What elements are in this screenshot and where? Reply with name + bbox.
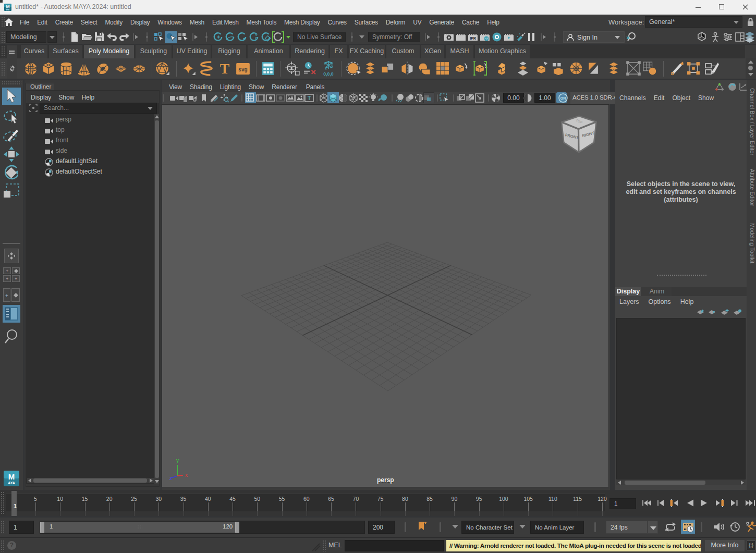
svg-text:z: z [169, 475, 172, 481]
svg-text:IPR: IPR [470, 36, 476, 40]
svg-text:T: T [308, 95, 311, 101]
svg-text:ON: ON [560, 96, 566, 100]
svg-text:T: T [220, 60, 229, 77]
svg-text:AYA: AYA [8, 481, 15, 485]
svg-text:svg: svg [238, 67, 247, 72]
svg-text:M: M [8, 472, 15, 481]
svg-text:x: x [185, 472, 188, 478]
svg-text:y: y [176, 458, 179, 463]
svg-text:AYA: AYA [6, 9, 10, 11]
svg-text:0,0,0: 0,0,0 [323, 71, 334, 77]
